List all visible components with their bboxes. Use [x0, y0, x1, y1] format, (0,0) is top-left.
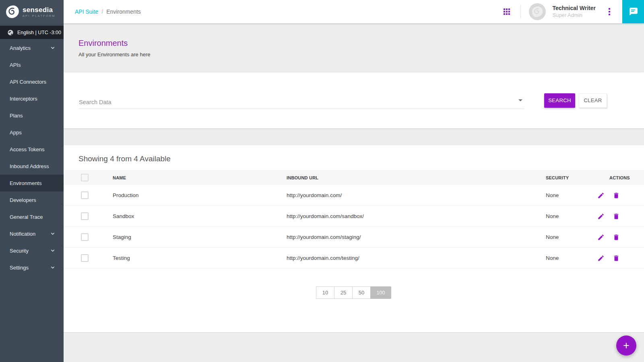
- pencil-icon: [597, 213, 605, 220]
- more-vert-icon[interactable]: [609, 8, 610, 15]
- user-info: Technical Writer Super Admin: [552, 5, 596, 19]
- column-header-actions: ACTIONS: [594, 175, 644, 180]
- topbar: API Suite / Environments Technical Write…: [64, 0, 644, 23]
- sidebar-item-inbound-address[interactable]: Inbound Address: [0, 158, 64, 175]
- edit-button[interactable]: [597, 213, 605, 220]
- pagination: 10 25 50 100: [64, 286, 644, 299]
- sidebar-item-notification[interactable]: Notification: [0, 225, 64, 242]
- trash-icon: [613, 255, 620, 262]
- chevron-down-icon: [50, 265, 56, 270]
- brand-logo[interactable]: sensedia API PLATFORM: [0, 0, 64, 23]
- pencil-icon: [597, 255, 605, 262]
- search-card: SEARCH CLEAR: [64, 72, 644, 128]
- table-header-row: NAME INBOUND URL SECURITY ACTIONS: [64, 170, 644, 185]
- pencil-icon: [597, 192, 605, 199]
- chevron-down-icon: [50, 45, 56, 51]
- environment-security: None: [546, 255, 594, 261]
- trash-icon: [613, 192, 620, 199]
- search-input[interactable]: [78, 92, 524, 109]
- environment-name: Staging: [113, 234, 287, 240]
- table-body: Production http://yourdomain.com/ None: [64, 185, 644, 269]
- sidebar-item-settings[interactable]: Settings: [0, 259, 64, 276]
- row-checkbox[interactable]: [81, 233, 89, 241]
- sidebar-item-analytics[interactable]: Analytics: [0, 39, 64, 56]
- page-size-button-10[interactable]: 10: [316, 286, 334, 299]
- clear-button[interactable]: CLEAR: [579, 93, 607, 108]
- delete-button[interactable]: [613, 213, 620, 220]
- delete-button[interactable]: [613, 255, 620, 262]
- apps-grid-icon[interactable]: [504, 8, 510, 15]
- header-checkbox-cell: [64, 174, 113, 181]
- delete-button[interactable]: [613, 192, 620, 199]
- search-button[interactable]: SEARCH: [544, 93, 575, 108]
- chat-button[interactable]: [622, 0, 644, 23]
- sensedia-swirl-icon: [5, 4, 20, 19]
- caret-down-icon[interactable]: [518, 99, 522, 101]
- user-name: Technical Writer: [552, 5, 596, 12]
- page-size-button-50[interactable]: 50: [352, 286, 371, 299]
- delete-button[interactable]: [613, 234, 620, 241]
- results-summary: Showing 4 from 4 Available: [64, 145, 644, 170]
- chat-icon: [628, 6, 638, 17]
- sidebar-item-api-connectors[interactable]: API Connectors: [0, 73, 64, 90]
- edit-button[interactable]: [597, 234, 605, 241]
- chevron-down-icon: [50, 248, 56, 253]
- table-row: Production http://yourdomain.com/ None: [64, 185, 644, 206]
- sidebar-item-apis[interactable]: APIs: [0, 56, 64, 73]
- footer: [64, 332, 644, 362]
- environment-security: None: [546, 213, 594, 219]
- sidebar-item-apps[interactable]: Apps: [0, 124, 64, 141]
- row-checkbox[interactable]: [81, 212, 89, 220]
- user-role: Super Admin: [552, 12, 596, 19]
- locale-label: English | UTC -3:00: [17, 30, 61, 35]
- environment-name: Sandbox: [113, 213, 287, 219]
- table-row: Sandbox http://yourdomain.com/sandbox/ N…: [64, 206, 644, 227]
- column-header-inbound-url: INBOUND URL: [287, 175, 546, 180]
- breadcrumb: API Suite / Environments: [75, 8, 141, 15]
- breadcrumb-environments: Environments: [106, 8, 141, 15]
- sidebar-item-security[interactable]: Security: [0, 242, 64, 259]
- page-header: Environments All your Environments are h…: [64, 23, 644, 72]
- environment-security: None: [546, 192, 594, 198]
- trash-icon: [613, 234, 620, 241]
- breadcrumb-api-suite[interactable]: API Suite: [75, 8, 98, 15]
- app-root: sensedia API PLATFORM English | UTC -3:0…: [0, 0, 644, 362]
- sidebar-item-interceptors[interactable]: Interceptors: [0, 90, 64, 107]
- environment-inbound-url: http://yourdomain.com/staging/: [287, 234, 546, 240]
- add-environment-fab[interactable]: +: [616, 335, 636, 356]
- environment-inbound-url: http://yourdomain.com/: [287, 192, 546, 198]
- trash-icon: [613, 213, 620, 220]
- globe-icon: [7, 29, 14, 36]
- environment-name: Production: [113, 192, 287, 198]
- pencil-icon: [597, 234, 605, 241]
- environment-security: None: [546, 234, 594, 240]
- sidebar: sensedia API PLATFORM English | UTC -3:0…: [0, 0, 64, 362]
- select-all-checkbox[interactable]: [81, 174, 89, 181]
- sidebar-item-environments[interactable]: Environments: [0, 175, 64, 191]
- sidebar-item-general-trace[interactable]: General Trace: [0, 208, 64, 225]
- locale-selector[interactable]: English | UTC -3:00: [0, 26, 64, 39]
- row-checkbox[interactable]: [81, 254, 89, 262]
- brand-name: sensedia: [23, 6, 56, 13]
- edit-button[interactable]: [597, 255, 605, 262]
- edit-button[interactable]: [597, 192, 605, 199]
- column-header-security: SECURITY: [546, 175, 594, 180]
- row-checkbox[interactable]: [81, 191, 89, 199]
- sidebar-item-access-tokens[interactable]: Access Tokens: [0, 141, 64, 158]
- breadcrumb-separator: /: [101, 8, 103, 15]
- table-row: Testing http://yourdomain.com/testing/ N…: [64, 248, 644, 269]
- page-size-button-100[interactable]: 100: [370, 286, 391, 299]
- sidebar-item-plans[interactable]: Plans: [0, 107, 64, 124]
- brand-tagline: API PLATFORM: [23, 14, 56, 17]
- search-field: [78, 92, 524, 109]
- sidebar-item-developers[interactable]: Developers: [0, 191, 64, 208]
- brand-text: sensedia API PLATFORM: [23, 6, 56, 17]
- chevron-down-icon: [50, 231, 56, 237]
- avatar[interactable]: [529, 3, 546, 20]
- page-subtitle: All your Environments are here: [78, 51, 644, 58]
- page-size-button-25[interactable]: 25: [334, 286, 353, 299]
- topbar-divider: [520, 5, 521, 19]
- table-row: Staging http://yourdomain.com/staging/ N…: [64, 227, 644, 248]
- avatar-logo-icon: [531, 6, 543, 18]
- column-header-name: NAME: [113, 175, 287, 180]
